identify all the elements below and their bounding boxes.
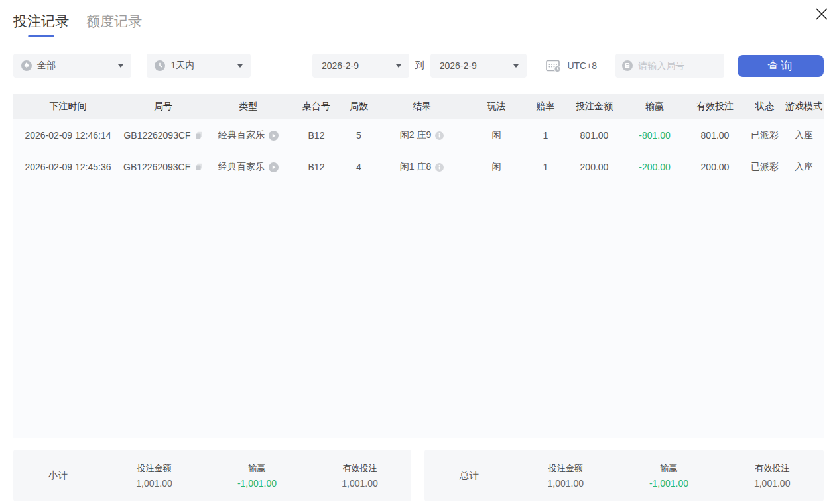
tab-quota-records[interactable]: 额度记录 — [86, 12, 142, 37]
game-no-text: GB12262093CE — [123, 162, 191, 172]
header-bet-amount: 投注金额 — [564, 101, 625, 113]
type-text: 经典百家乐 — [218, 161, 265, 173]
info-icon[interactable] — [435, 131, 444, 140]
cell-bet-amount: 200.00 — [564, 162, 625, 172]
stat-value: -1,001.00 — [617, 478, 721, 489]
game-no-text: GB12262093CF — [123, 130, 190, 141]
cell-odds: 1 — [527, 162, 564, 172]
close-button[interactable] — [812, 4, 832, 24]
subtotal-panel: 小计 投注金额 1,001.00 输赢 -1,001.00 有效投注 1,001… — [13, 450, 411, 501]
filter-bar: 全部 1天内 2026-2-9 到 2026-2-9 UTC+8 — [13, 54, 824, 78]
query-button[interactable]: 查询 — [738, 55, 824, 77]
cell-win-loss: -801.00 — [625, 130, 684, 141]
info-icon[interactable] — [435, 163, 444, 172]
header-play: 玩法 — [466, 101, 527, 113]
stat-value: 1,001.00 — [720, 478, 824, 489]
timezone-label: UTC+8 — [567, 60, 597, 71]
subtotal-valid-bet: 有效投注 1,001.00 — [308, 462, 411, 489]
stat-label: 有效投注 — [308, 462, 411, 474]
header-game-mode: 游戏模式 — [784, 101, 824, 113]
record-icon — [622, 60, 633, 71]
header-result: 结果 — [378, 101, 466, 113]
search-input[interactable] — [638, 60, 718, 71]
tab-bar: 投注记录 额度记录 — [13, 12, 837, 37]
total-label: 总计 — [424, 470, 514, 482]
date-to-select[interactable]: 2026-2-9 — [430, 54, 527, 78]
bet-records-table: 下注时间 局号 类型 桌台号 局数 结果 玩法 赔率 投注金额 输赢 有效投注 … — [13, 94, 824, 438]
tab-bet-records[interactable]: 投注记录 — [13, 12, 69, 37]
result-text: 闲2 庄9 — [400, 129, 431, 141]
game-number-search[interactable] — [615, 54, 724, 78]
cell-type: 经典百家乐 — [204, 129, 293, 141]
type-text: 经典百家乐 — [218, 129, 265, 141]
cell-bet-time: 2026-02-09 12:45:36 — [13, 162, 123, 172]
cell-table-no: B12 — [293, 130, 340, 141]
total-panel: 总计 投注金额 1,001.00 输赢 -1,001.00 有效投注 1,001… — [424, 450, 824, 501]
cell-valid-bet: 200.00 — [684, 162, 745, 172]
close-icon — [814, 7, 829, 21]
cell-game-mode: 入座 — [784, 129, 824, 141]
header-bet-time: 下注时间 — [13, 101, 123, 113]
copy-icon[interactable] — [195, 163, 203, 171]
stat-value: 1,001.00 — [514, 478, 617, 489]
cell-odds: 1 — [527, 130, 564, 141]
stat-label: 投注金额 — [514, 462, 617, 474]
copy-icon[interactable] — [195, 131, 203, 139]
total-win-loss: 输赢 -1,001.00 — [617, 462, 721, 489]
cell-bet-amount: 801.00 — [564, 130, 625, 141]
cell-status: 已派彩 — [745, 129, 784, 141]
header-status: 状态 — [745, 101, 784, 113]
header-win-loss: 输赢 — [625, 101, 684, 113]
cell-type: 经典百家乐 — [204, 161, 293, 173]
caret-down-icon — [237, 64, 243, 68]
header-type: 类型 — [204, 101, 293, 113]
play-icon[interactable] — [269, 131, 279, 141]
stat-label: 有效投注 — [720, 462, 824, 474]
caret-down-icon — [513, 64, 519, 68]
cell-game-no: GB12262093CF — [123, 130, 204, 141]
table-row: 2026-02-09 12:45:36 GB12262093CE 经典百家乐 B… — [13, 151, 824, 183]
stat-label: 输赢 — [617, 462, 721, 474]
header-game-no: 局号 — [123, 101, 204, 113]
cell-bet-time: 2026-02-09 12:46:14 — [13, 130, 123, 141]
period-select-value: 1天内 — [170, 60, 232, 72]
timezone-control[interactable]: UTC+8 — [545, 58, 597, 73]
period-select[interactable]: 1天内 — [147, 54, 251, 78]
header-round: 局数 — [340, 101, 378, 113]
stat-value: 1,001.00 — [103, 478, 206, 489]
cell-game-mode: 入座 — [784, 161, 824, 173]
clock-icon — [155, 60, 165, 71]
play-icon[interactable] — [269, 162, 279, 172]
category-select[interactable]: 全部 — [13, 54, 131, 78]
table-row: 2026-02-09 12:46:14 GB12262093CF 经典百家乐 B… — [13, 119, 824, 151]
date-between-label: 到 — [415, 60, 424, 72]
stat-label: 投注金额 — [103, 462, 206, 474]
tab-quota-records-label: 额度记录 — [86, 13, 142, 29]
cell-result: 闲1 庄8 — [378, 161, 466, 173]
active-tab-underline — [28, 35, 54, 37]
cell-play: 闲 — [466, 161, 527, 173]
category-select-value: 全部 — [37, 60, 113, 72]
summary-bar: 小计 投注金额 1,001.00 输赢 -1,001.00 有效投注 1,001… — [13, 450, 824, 501]
cell-table-no: B12 — [293, 162, 340, 172]
date-from-select[interactable]: 2026-2-9 — [312, 54, 409, 78]
cell-valid-bet: 801.00 — [684, 130, 745, 141]
cell-result: 闲2 庄9 — [378, 129, 466, 141]
stat-value: 1,001.00 — [308, 478, 411, 489]
cell-game-no: GB12262093CE — [123, 162, 204, 172]
cell-round: 4 — [340, 162, 378, 172]
subtotal-win-loss: 输赢 -1,001.00 — [206, 462, 308, 489]
result-text: 闲1 庄8 — [400, 161, 431, 173]
tab-bet-records-label: 投注记录 — [13, 13, 69, 29]
calendar-clock-icon — [545, 58, 562, 73]
stat-value: -1,001.00 — [206, 478, 308, 489]
header-valid-bet: 有效投注 — [684, 101, 745, 113]
header-odds: 赔率 — [527, 101, 564, 113]
caret-down-icon — [396, 64, 401, 68]
cell-win-loss: -200.00 — [625, 162, 684, 172]
cell-play: 闲 — [466, 129, 527, 141]
table-header-row: 下注时间 局号 类型 桌台号 局数 结果 玩法 赔率 投注金额 输赢 有效投注 … — [13, 94, 824, 119]
subtotal-bet-amount: 投注金额 1,001.00 — [103, 462, 206, 489]
date-from-value: 2026-2-9 — [322, 60, 391, 71]
cell-round: 5 — [340, 130, 378, 141]
